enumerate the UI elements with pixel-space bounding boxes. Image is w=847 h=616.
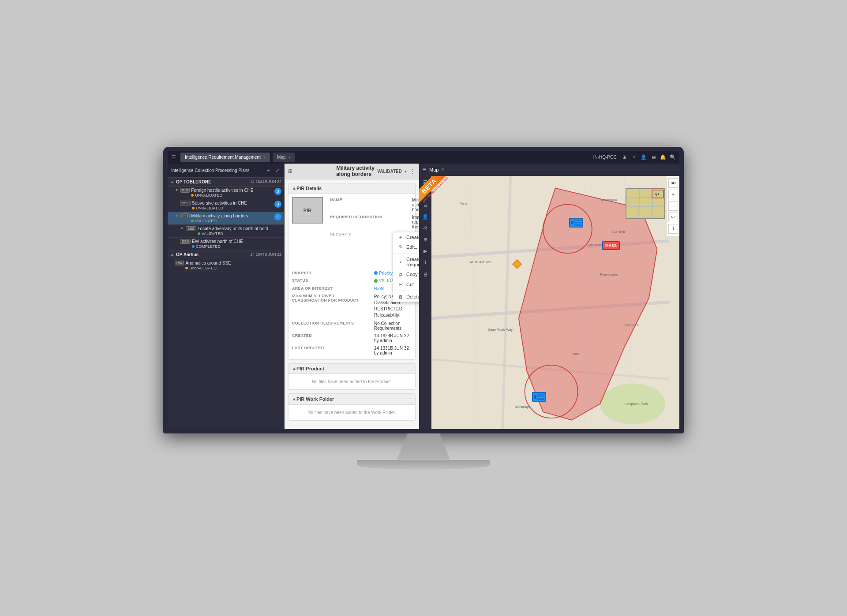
map-print-icon[interactable]: 🖨 — [420, 269, 430, 279]
map-clock-icon[interactable]: ⏱ — [420, 224, 430, 233]
pir-work-folder-empty-text: No files have been added to the Work Fol… — [307, 410, 396, 415]
map-area[interactable]: Langtown Park Puentesalvo AG3E AM1450 Nu… — [419, 176, 679, 429]
section-pir-work-folder: ▲ PIR Work Folder + No files have been a… — [288, 393, 416, 421]
svg-text:Puentesalvo: Puentesalvo — [600, 273, 618, 276]
map-zoom-in-icon[interactable]: + — [668, 190, 678, 199]
tree-item-anomalies[interactable]: PIR Anomalies around SSE UNVALIDATED — [168, 259, 284, 272]
center-menu-dots[interactable]: ⋮ — [409, 168, 416, 175]
help-icon[interactable]: ? — [631, 154, 637, 161]
anomalies-status-dot — [185, 267, 188, 269]
subversive-sse-tag: SSE — [180, 201, 191, 205]
locate-adversary-status: VALIDATED — [198, 231, 281, 236]
map-north-icon[interactable]: N↑ — [668, 213, 678, 222]
map-grid-icon[interactable]: ⊞ — [420, 235, 430, 245]
locate-adversary-sse-tag: SSE — [186, 226, 196, 231]
left-panel-header: Intelligence Collection Processing Plans… — [168, 164, 284, 178]
context-separator-2 — [393, 291, 419, 291]
context-delete[interactable]: 🗑 Delete... — [393, 292, 419, 302]
pir-details-header[interactable]: ▲ PIR Details — [289, 183, 415, 194]
military-badge: 1 — [274, 213, 281, 220]
map-tab-close[interactable]: × — [289, 155, 291, 160]
monitor-screen: ☰ Intelligence Requirement Management × … — [163, 147, 684, 433]
bell-icon[interactable]: 🔔 — [660, 154, 666, 161]
map-close-icon[interactable]: × — [441, 167, 444, 172]
map-3d-button[interactable]: 3D — [668, 178, 678, 188]
context-create-collection-req[interactable]: + Create Collection Requirement... — [393, 254, 419, 269]
tree-group-aarhus[interactable]: ▲ OP Aarhus 14 1044B JUN 22 — [168, 250, 284, 259]
left-panel: Intelligence Collection Processing Plans… — [168, 164, 285, 429]
main-tab[interactable]: Intelligence Requirement Management × — [180, 153, 270, 162]
marker-icon-mass: MASS — [602, 241, 620, 250]
pir-product-header[interactable]: ▲ PIR Product — [289, 364, 415, 374]
foreign-hostile-expand-icon: ▼ — [175, 188, 179, 192]
svg-text:AG3E AM1450: AG3E AM1450 — [470, 260, 491, 264]
user-icon[interactable]: 👤 — [641, 154, 647, 161]
map-header-menu-icon: ☰ — [423, 167, 427, 172]
center-header-icon: ⊞ — [288, 168, 292, 174]
svg-text:BopealBya: BopealBya — [515, 405, 531, 409]
context-cut[interactable]: ✂ Cut — [393, 280, 419, 290]
created-label: CREATED — [292, 332, 371, 344]
svg-rect-32 — [574, 220, 581, 226]
context-edit-icon: ✎ — [397, 244, 404, 250]
foreign-hostile-pir-tag: PIR — [180, 188, 190, 193]
search-icon[interactable]: 🔍 — [670, 154, 676, 161]
tree-item-ew[interactable]: SSE EW activites north of CHE COMPLETED — [168, 238, 284, 250]
pir-product-empty: No files have been added to the Product. — [289, 374, 415, 389]
context-copy-clipboard[interactable]: ⧉ Copy to Clipboard — [393, 269, 419, 280]
context-edit[interactable]: ✎ Edit... — [393, 242, 419, 252]
svg-text:Langtown Park: Langtown Park — [624, 401, 648, 406]
marker-icon-bopeal-bya — [532, 392, 546, 402]
context-menu: + Create Requirement... ✎ Edit... + Crea… — [393, 232, 419, 302]
center-chevron[interactable]: ▾ — [405, 169, 407, 174]
monitor-stand-neck — [397, 433, 450, 460]
anomalies-status: UNVALIDATED — [185, 266, 281, 270]
monitor-icon[interactable]: 🖥 — [650, 154, 656, 161]
map-video-icon[interactable]: ▶ — [420, 246, 430, 256]
tree-group-toblerone[interactable]: ▲ OP TOBLERONE 14 1044B JUN 22 — [168, 178, 284, 187]
map-header: ☰ Map × — [419, 164, 679, 176]
app-menu-icon[interactable]: ☰ — [171, 154, 176, 161]
military-status: VALIDATED — [191, 219, 273, 223]
foreign-hostile-status: UNVALIDATED — [191, 193, 273, 198]
mini-map[interactable]: Q1 — [626, 188, 665, 219]
context-separator-1 — [393, 253, 419, 254]
subversive-name: Subversive activities in CHE — [192, 201, 273, 205]
pir-work-folder-add[interactable]: + — [409, 396, 412, 402]
military-name: Military activity along borders — [191, 213, 273, 218]
context-create-requirement[interactable]: + Create Requirement... — [393, 232, 419, 242]
locate-adversary-name: Locate adversary units north of bord... — [198, 226, 281, 231]
tree-item-locate-adversary[interactable]: ▼ SSE Locate adversary units north of bo… — [168, 225, 284, 238]
tree-item-foreign-hostile[interactable]: ▼ PIR Foreign hostile activities in CHE … — [168, 187, 284, 199]
map-marker-mass: MASS — [602, 241, 620, 250]
ew-status: COMPLETED — [192, 244, 281, 249]
locate-adversary-status-text: VALIDATED — [202, 231, 223, 236]
pir-product-title: PIR Product — [296, 366, 412, 371]
tree-item-military[interactable]: ▼ PIR Military activity along borders VA… — [168, 212, 284, 225]
svg-marker-35 — [513, 260, 521, 269]
toblerone-date: 14 1044B JUN 22 — [250, 179, 281, 184]
map-info-icon[interactable]: ℹ — [420, 258, 430, 268]
status-field-label: STATUS — [292, 277, 371, 285]
updated-label: LAST UPDATED — [292, 344, 371, 357]
add-icon[interactable]: + — [265, 167, 272, 174]
map-tab[interactable]: Map × — [273, 153, 295, 162]
context-cut-label: Cut — [406, 282, 414, 287]
tree-item-subversive[interactable]: SSE Subversive activities in CHE UNVALID… — [168, 199, 284, 212]
pir-product-toggle: ▲ — [292, 366, 296, 371]
main-tab-label: Intelligence Requirement Management — [185, 155, 261, 160]
map-info2-icon[interactable]: ℹ — [668, 224, 678, 234]
map-title: Map — [429, 167, 438, 172]
pir-work-folder-header[interactable]: ▲ PIR Work Folder + — [289, 394, 415, 405]
expand-icon[interactable]: ⤢ — [274, 167, 281, 174]
ew-sse-tag: SSE — [180, 239, 191, 244]
center-panel: ⊞ Military activity along borders VALIDA… — [285, 164, 419, 429]
center-title: Military activity along borders — [336, 165, 375, 177]
map-zoom-out-icon[interactable]: − — [668, 201, 678, 211]
topbar: ☰ Intelligence Requirement Management × … — [168, 151, 679, 164]
max-class-label: MAXIMUM ALLOWEDCLASSIFICATION FOR PRODUC… — [292, 292, 371, 320]
grid-icon[interactable]: ⊞ — [621, 154, 627, 161]
aoi-link[interactable]: Riots — [374, 286, 384, 291]
main-tab-close[interactable]: × — [263, 155, 266, 160]
app: ☰ Intelligence Requirement Management × … — [168, 151, 679, 429]
